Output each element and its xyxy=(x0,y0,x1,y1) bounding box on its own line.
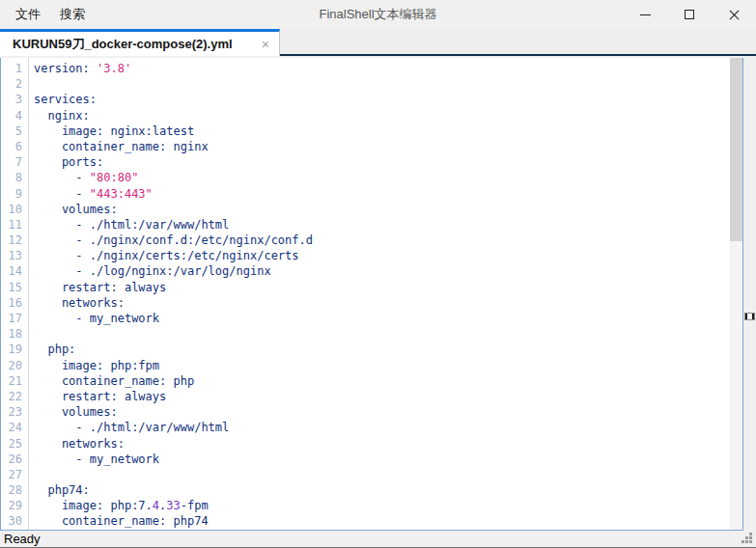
resize-grip-icon[interactable] xyxy=(742,533,753,544)
code-line[interactable]: container_name: nginx xyxy=(34,139,729,154)
code-line[interactable]: networks: xyxy=(34,295,729,311)
code-token: networks: xyxy=(34,296,125,310)
line-number: 25 xyxy=(1,436,28,452)
line-number: 7 xyxy=(1,154,28,170)
code-line[interactable]: nginx: xyxy=(34,108,729,123)
code-line[interactable]: - ./log/nginx:/var/log/nginx xyxy=(34,263,729,279)
editor: 1234567891011121314151617181920212223242… xyxy=(0,58,743,531)
code-token: container_name: nginx xyxy=(34,140,209,153)
line-number: 8 xyxy=(1,170,28,185)
vertical-scrollbar[interactable] xyxy=(730,58,742,530)
code-token: image: php:fpm xyxy=(34,359,159,372)
line-number: 1 xyxy=(1,61,28,76)
code-line[interactable]: volumes: xyxy=(34,202,729,217)
line-number: 11 xyxy=(1,217,28,233)
window-controls xyxy=(623,0,756,29)
line-number: 14 xyxy=(1,263,28,279)
line-number: 13 xyxy=(1,248,28,263)
tab-docker-compose-yml[interactable]: KURUN59刀_docker-compose(2).yml × xyxy=(0,29,280,56)
code-line[interactable]: - "80:80" xyxy=(34,170,729,185)
line-number: 9 xyxy=(1,186,28,202)
menubar: 文件 搜索 xyxy=(0,0,87,29)
line-number: 28 xyxy=(1,482,28,498)
code-line[interactable]: php74: xyxy=(34,482,729,498)
code-line[interactable]: container_name: php74 xyxy=(34,513,729,529)
close-button[interactable] xyxy=(712,0,756,29)
scrollbar-thumb[interactable] xyxy=(730,58,742,241)
code-token: services: xyxy=(34,93,97,106)
code-token: container_name: php74 xyxy=(34,514,209,528)
string-token: "80:80" xyxy=(90,171,139,184)
status-bar: Ready xyxy=(0,531,756,548)
code-token: ports: xyxy=(34,155,103,169)
code-area[interactable]: version: '3.8'services: nginx: image: ng… xyxy=(34,58,729,530)
close-icon xyxy=(728,9,741,21)
code-line[interactable]: - "443:443" xyxy=(34,186,729,202)
code-token: - ./nginx/conf.d:/etc/nginx/conf.d xyxy=(34,233,313,247)
code-token: php74: xyxy=(34,483,90,497)
status-text: Ready xyxy=(4,531,41,547)
code-line[interactable]: image: php:fpm xyxy=(34,358,729,373)
line-number: 24 xyxy=(1,420,28,435)
code-token: version: xyxy=(34,62,97,75)
code-token: image: php:7. xyxy=(34,499,153,512)
line-number: 4 xyxy=(1,108,28,123)
maximize-button[interactable] xyxy=(667,0,712,29)
minimize-button[interactable] xyxy=(623,0,667,29)
titlebar: 文件 搜索 FinalShell文本编辑器 xyxy=(0,0,756,29)
app-window: 文件 搜索 FinalShell文本编辑器 KURUN59刀_docker-co… xyxy=(0,0,756,548)
code-token: - ./html:/var/www/html xyxy=(34,218,229,232)
line-number: 23 xyxy=(1,404,28,420)
code-line[interactable]: services: xyxy=(34,92,729,107)
code-line[interactable]: image: nginx:latest xyxy=(34,123,729,139)
line-number: 18 xyxy=(1,326,28,342)
code-line[interactable]: restart: always xyxy=(34,389,729,404)
menu-item-search[interactable]: 搜索 xyxy=(58,4,87,25)
line-number: 22 xyxy=(1,389,28,404)
code-line[interactable]: restart: always xyxy=(34,280,729,295)
tab-label: KURUN59刀_docker-compose(2).yml xyxy=(13,36,233,53)
line-number: 6 xyxy=(1,139,28,154)
code-token: - ./nginx/certs:/etc/nginx/certs xyxy=(34,249,299,262)
line-number: 5 xyxy=(1,123,28,139)
code-line[interactable]: networks: xyxy=(34,436,729,452)
line-number: 16 xyxy=(1,295,28,311)
code-line[interactable]: - ./html:/var/www/html xyxy=(34,420,729,435)
code-line[interactable]: - ./nginx/conf.d:/etc/nginx/conf.d xyxy=(34,233,729,248)
code-token: - my_network xyxy=(34,312,159,325)
maximize-icon xyxy=(685,10,694,19)
line-number: 20 xyxy=(1,358,28,373)
string-token: "443:443" xyxy=(90,187,153,201)
code-token: restart: always xyxy=(34,390,166,403)
code-line[interactable]: - my_network xyxy=(34,311,729,326)
code-line[interactable]: - ./nginx/certs:/etc/nginx/certs xyxy=(34,248,729,263)
number-token: 4 xyxy=(153,499,159,512)
number-token: 33 xyxy=(166,499,180,512)
code-line[interactable] xyxy=(34,326,729,342)
code-token: - xyxy=(34,187,90,201)
code-token: volumes: xyxy=(34,203,118,216)
line-number: 2 xyxy=(1,76,28,92)
code-token: - ./html:/var/www/html xyxy=(34,421,229,434)
code-line[interactable]: - ./html:/var/www/html xyxy=(34,217,729,233)
minimize-icon xyxy=(640,14,651,15)
code-line[interactable]: version: '3.8' xyxy=(34,61,729,76)
code-line[interactable]: image: php:7.4.33-fpm xyxy=(34,498,729,513)
code-line[interactable]: container_name: php xyxy=(34,373,729,389)
outer-scrollbar-thumb[interactable] xyxy=(744,313,755,320)
tab-close-icon[interactable]: × xyxy=(254,38,269,51)
code-token: - my_network xyxy=(34,452,159,466)
code-token: -fpm xyxy=(181,499,209,512)
code-line[interactable] xyxy=(34,76,729,92)
code-line[interactable]: ports: xyxy=(34,154,729,170)
code-token: volumes: xyxy=(34,405,118,419)
line-number: 19 xyxy=(1,342,28,357)
code-token: restart: always xyxy=(34,281,166,294)
menu-item-file[interactable]: 文件 xyxy=(14,4,42,25)
code-line[interactable]: volumes: xyxy=(34,404,729,420)
code-line[interactable]: - my_network xyxy=(34,452,729,467)
code-line[interactable]: php: xyxy=(34,342,729,357)
code-token: - xyxy=(34,171,90,184)
code-token: php: xyxy=(34,342,75,356)
code-line[interactable] xyxy=(34,467,729,482)
